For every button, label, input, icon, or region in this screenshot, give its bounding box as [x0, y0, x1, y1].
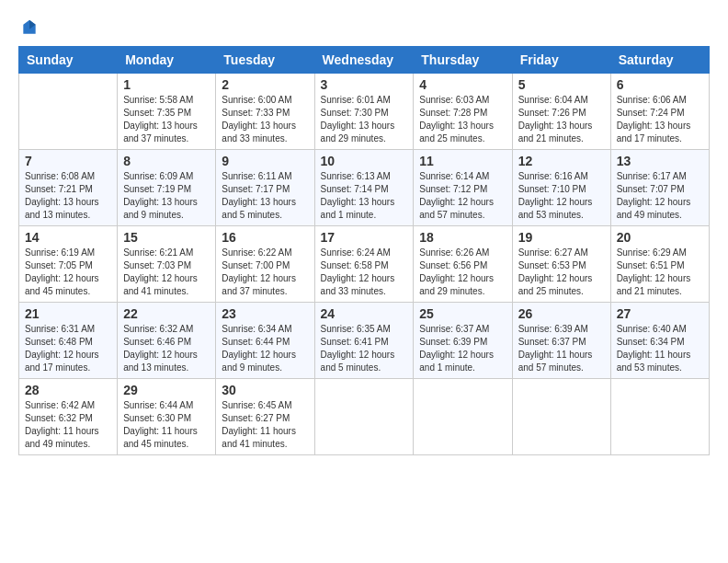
day-number: 6	[617, 77, 703, 92]
calendar-cell: 12Sunrise: 6:16 AM Sunset: 7:10 PM Dayli…	[512, 150, 610, 226]
day-number: 10	[321, 154, 408, 168]
day-info: Sunrise: 6:42 AM Sunset: 6:32 PM Dayligh…	[25, 399, 111, 451]
calendar-cell	[314, 379, 414, 455]
day-info: Sunrise: 6:17 AM Sunset: 7:07 PM Dayligh…	[617, 170, 703, 222]
day-info: Sunrise: 6:34 AM Sunset: 6:44 PM Dayligh…	[222, 323, 308, 374]
day-number: 8	[123, 154, 210, 168]
logo-icon	[20, 18, 39, 37]
day-info: Sunrise: 6:21 AM Sunset: 7:03 PM Dayligh…	[123, 247, 210, 298]
calendar-cell: 9Sunrise: 6:11 AM Sunset: 7:17 PM Daylig…	[216, 150, 314, 226]
calendar-cell: 27Sunrise: 6:40 AM Sunset: 6:34 PM Dayli…	[610, 303, 709, 379]
day-number: 1	[123, 77, 210, 92]
day-number: 26	[518, 306, 605, 321]
calendar-cell: 11Sunrise: 6:14 AM Sunset: 7:12 PM Dayli…	[414, 150, 512, 226]
calendar-cell: 16Sunrise: 6:22 AM Sunset: 7:00 PM Dayli…	[216, 226, 314, 303]
day-number: 30	[222, 383, 308, 397]
day-number: 20	[617, 230, 703, 245]
day-info: Sunrise: 6:08 AM Sunset: 7:21 PM Dayligh…	[25, 170, 111, 222]
day-info: Sunrise: 6:11 AM Sunset: 7:17 PM Dayligh…	[222, 170, 308, 222]
calendar-week-row: 1Sunrise: 5:58 AM Sunset: 7:35 PM Daylig…	[19, 74, 710, 150]
day-info: Sunrise: 6:44 AM Sunset: 6:30 PM Dayligh…	[123, 399, 210, 451]
day-number: 17	[321, 230, 408, 245]
day-number: 27	[617, 306, 703, 321]
calendar-cell: 21Sunrise: 6:31 AM Sunset: 6:48 PM Dayli…	[19, 303, 118, 379]
day-number: 2	[222, 77, 308, 92]
calendar-week-row: 28Sunrise: 6:42 AM Sunset: 6:32 PM Dayli…	[19, 379, 710, 455]
day-info: Sunrise: 6:29 AM Sunset: 6:51 PM Dayligh…	[617, 247, 703, 298]
calendar-cell: 23Sunrise: 6:34 AM Sunset: 6:44 PM Dayli…	[216, 303, 314, 379]
day-info: Sunrise: 6:13 AM Sunset: 7:14 PM Dayligh…	[321, 170, 408, 222]
logo	[18, 18, 39, 37]
calendar: SundayMondayTuesdayWednesdayThursdayFrid…	[18, 46, 710, 455]
day-info: Sunrise: 6:31 AM Sunset: 6:48 PM Dayligh…	[25, 323, 111, 374]
calendar-cell	[19, 74, 118, 150]
calendar-cell: 26Sunrise: 6:39 AM Sunset: 6:37 PM Dayli…	[512, 303, 610, 379]
calendar-cell	[512, 379, 610, 455]
calendar-cell: 13Sunrise: 6:17 AM Sunset: 7:07 PM Dayli…	[610, 150, 709, 226]
day-info: Sunrise: 6:37 AM Sunset: 6:39 PM Dayligh…	[419, 323, 506, 374]
day-info: Sunrise: 6:03 AM Sunset: 7:28 PM Dayligh…	[419, 94, 506, 145]
calendar-cell: 22Sunrise: 6:32 AM Sunset: 6:46 PM Dayli…	[118, 303, 216, 379]
day-info: Sunrise: 6:06 AM Sunset: 7:24 PM Dayligh…	[617, 94, 703, 145]
day-number: 22	[123, 306, 210, 321]
day-number: 7	[25, 154, 111, 168]
weekday-header: Friday	[512, 47, 610, 74]
day-info: Sunrise: 6:19 AM Sunset: 7:05 PM Dayligh…	[25, 247, 111, 298]
day-info: Sunrise: 6:14 AM Sunset: 7:12 PM Dayligh…	[419, 170, 506, 222]
day-number: 21	[25, 306, 111, 321]
day-number: 24	[321, 306, 408, 321]
day-info: Sunrise: 5:58 AM Sunset: 7:35 PM Dayligh…	[123, 94, 210, 145]
day-number: 23	[222, 306, 308, 321]
day-number: 18	[419, 230, 506, 245]
calendar-cell: 1Sunrise: 5:58 AM Sunset: 7:35 PM Daylig…	[118, 74, 216, 150]
day-number: 25	[419, 306, 506, 321]
day-info: Sunrise: 6:26 AM Sunset: 6:56 PM Dayligh…	[419, 247, 506, 298]
calendar-header-row: SundayMondayTuesdayWednesdayThursdayFrid…	[19, 47, 710, 74]
calendar-body: 1Sunrise: 5:58 AM Sunset: 7:35 PM Daylig…	[19, 74, 710, 455]
weekday-header: Monday	[118, 47, 216, 74]
calendar-cell: 20Sunrise: 6:29 AM Sunset: 6:51 PM Dayli…	[610, 226, 709, 303]
calendar-cell: 7Sunrise: 6:08 AM Sunset: 7:21 PM Daylig…	[19, 150, 118, 226]
day-number: 13	[617, 154, 703, 168]
weekday-header: Tuesday	[216, 47, 314, 74]
day-info: Sunrise: 6:09 AM Sunset: 7:19 PM Dayligh…	[123, 170, 210, 222]
calendar-cell: 25Sunrise: 6:37 AM Sunset: 6:39 PM Dayli…	[414, 303, 512, 379]
calendar-week-row: 7Sunrise: 6:08 AM Sunset: 7:21 PM Daylig…	[19, 150, 710, 226]
day-info: Sunrise: 6:16 AM Sunset: 7:10 PM Dayligh…	[518, 170, 605, 222]
day-number: 3	[321, 77, 408, 92]
calendar-cell: 6Sunrise: 6:06 AM Sunset: 7:24 PM Daylig…	[610, 74, 709, 150]
day-info: Sunrise: 6:00 AM Sunset: 7:33 PM Dayligh…	[222, 94, 308, 145]
calendar-cell: 18Sunrise: 6:26 AM Sunset: 6:56 PM Dayli…	[414, 226, 512, 303]
day-info: Sunrise: 6:35 AM Sunset: 6:41 PM Dayligh…	[321, 323, 408, 374]
calendar-week-row: 21Sunrise: 6:31 AM Sunset: 6:48 PM Dayli…	[19, 303, 710, 379]
calendar-cell: 28Sunrise: 6:42 AM Sunset: 6:32 PM Dayli…	[19, 379, 118, 455]
page-header	[18, 18, 710, 37]
calendar-cell: 8Sunrise: 6:09 AM Sunset: 7:19 PM Daylig…	[118, 150, 216, 226]
calendar-cell: 30Sunrise: 6:45 AM Sunset: 6:27 PM Dayli…	[216, 379, 314, 455]
day-number: 4	[419, 77, 506, 92]
weekday-header: Wednesday	[314, 47, 414, 74]
calendar-cell: 4Sunrise: 6:03 AM Sunset: 7:28 PM Daylig…	[414, 74, 512, 150]
calendar-cell	[414, 379, 512, 455]
calendar-cell: 19Sunrise: 6:27 AM Sunset: 6:53 PM Dayli…	[512, 226, 610, 303]
day-info: Sunrise: 6:27 AM Sunset: 6:53 PM Dayligh…	[518, 247, 605, 298]
day-info: Sunrise: 6:39 AM Sunset: 6:37 PM Dayligh…	[518, 323, 605, 374]
calendar-cell	[610, 379, 709, 455]
weekday-header: Thursday	[414, 47, 512, 74]
day-number: 11	[419, 154, 506, 168]
day-number: 9	[222, 154, 308, 168]
day-number: 12	[518, 154, 605, 168]
day-info: Sunrise: 6:40 AM Sunset: 6:34 PM Dayligh…	[617, 323, 703, 374]
weekday-header: Saturday	[610, 47, 709, 74]
day-info: Sunrise: 6:04 AM Sunset: 7:26 PM Dayligh…	[518, 94, 605, 145]
calendar-cell: 15Sunrise: 6:21 AM Sunset: 7:03 PM Dayli…	[118, 226, 216, 303]
day-info: Sunrise: 6:45 AM Sunset: 6:27 PM Dayligh…	[222, 399, 308, 451]
calendar-cell: 24Sunrise: 6:35 AM Sunset: 6:41 PM Dayli…	[314, 303, 414, 379]
day-number: 19	[518, 230, 605, 245]
day-info: Sunrise: 6:24 AM Sunset: 6:58 PM Dayligh…	[321, 247, 408, 298]
calendar-week-row: 14Sunrise: 6:19 AM Sunset: 7:05 PM Dayli…	[19, 226, 710, 303]
calendar-cell: 14Sunrise: 6:19 AM Sunset: 7:05 PM Dayli…	[19, 226, 118, 303]
day-info: Sunrise: 6:32 AM Sunset: 6:46 PM Dayligh…	[123, 323, 210, 374]
day-number: 15	[123, 230, 210, 245]
calendar-cell: 29Sunrise: 6:44 AM Sunset: 6:30 PM Dayli…	[118, 379, 216, 455]
